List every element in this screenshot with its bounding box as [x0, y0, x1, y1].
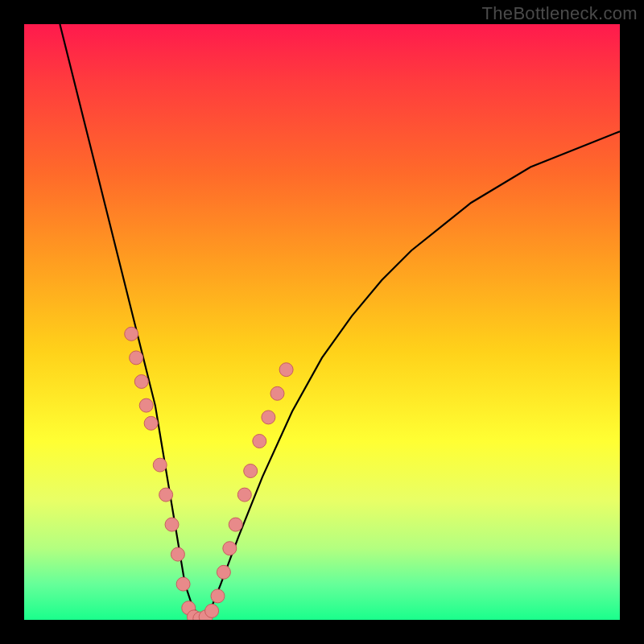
data-marker [262, 411, 275, 424]
data-marker [125, 327, 138, 341]
watermark-text: TheBottleneck.com [482, 3, 638, 24]
chart-svg [24, 24, 620, 620]
data-marker [253, 435, 266, 448]
data-marker [217, 565, 230, 579]
marker-group [125, 327, 293, 620]
data-marker [229, 518, 242, 531]
data-marker [270, 386, 284, 400]
data-marker [159, 488, 173, 502]
data-marker [165, 518, 179, 531]
plot-area [24, 24, 620, 620]
v-curve-path [60, 24, 620, 620]
data-marker [176, 577, 190, 591]
data-marker [279, 363, 293, 377]
data-marker [134, 375, 148, 389]
data-marker [153, 458, 167, 472]
data-marker [171, 547, 184, 561]
data-marker [130, 351, 143, 365]
data-marker [244, 464, 258, 478]
data-marker [139, 398, 153, 412]
data-marker [205, 604, 219, 617]
data-marker [144, 416, 158, 430]
data-marker [237, 488, 251, 502]
data-marker [211, 589, 225, 603]
data-marker [223, 542, 237, 555]
chart-frame: TheBottleneck.com [0, 0, 644, 644]
